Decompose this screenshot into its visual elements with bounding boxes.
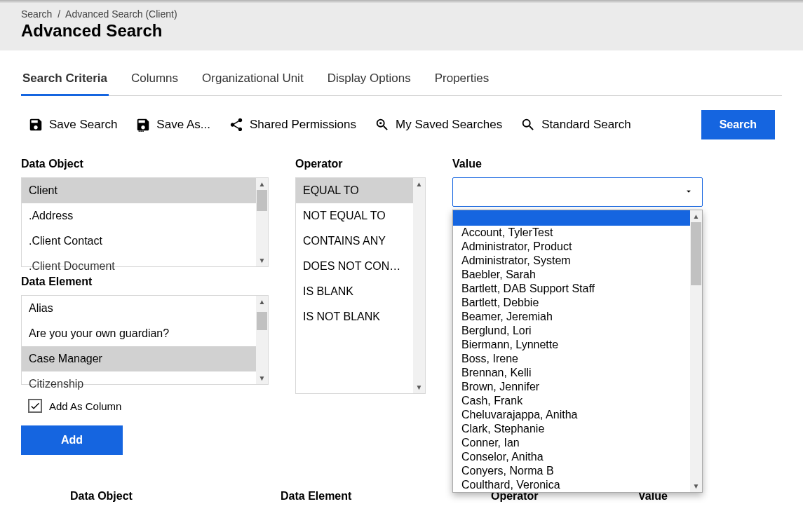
scroll-up-icon[interactable]: ▲ [256, 178, 268, 190]
tab-properties[interactable]: Properties [433, 64, 490, 95]
list-item[interactable]: .Address [22, 203, 256, 229]
list-item[interactable]: DOES NOT CONTAIN [296, 254, 413, 279]
save-icon [28, 117, 43, 132]
dropdown-item[interactable]: Boss, Irene [453, 352, 689, 366]
dropdown-highlight[interactable] [453, 210, 702, 226]
svg-rect-3 [379, 122, 382, 124]
list-item[interactable]: Alias [22, 296, 256, 321]
dropdown-item[interactable]: Administrator, System [453, 254, 689, 268]
save-as-button[interactable]: Save As... [135, 117, 210, 132]
save-as-icon [135, 117, 151, 132]
save-search-button[interactable]: Save Search [28, 117, 117, 132]
list-item[interactable]: IS NOT BLANK [296, 304, 413, 329]
scroll-up-icon[interactable]: ▲ [256, 296, 268, 308]
data-object-listbox[interactable]: Client .Address .Client Contact .Client … [21, 177, 269, 267]
tab-columns[interactable]: Columns [130, 64, 180, 95]
svg-point-1 [141, 130, 142, 132]
list-item[interactable]: .Client Contact [22, 229, 256, 254]
dropdown-item[interactable]: Biermann, Lynnette [453, 338, 689, 352]
dropdown-item[interactable]: Conselor, Anitha [453, 450, 689, 464]
scrollbar[interactable]: ▲ ▼ [256, 178, 268, 266]
list-item[interactable]: EQUAL TO [296, 178, 413, 203]
list-item[interactable]: CONTAINS ANY [296, 229, 413, 254]
toolbar: Save Search Save As... Shared Permission… [21, 96, 782, 146]
value-combobox[interactable] [452, 177, 703, 207]
check-icon [29, 400, 41, 411]
svg-point-2 [142, 130, 144, 132]
scroll-down-icon[interactable]: ▼ [690, 480, 702, 492]
list-item[interactable]: IS BLANK [296, 279, 413, 304]
list-item[interactable]: Are you your own guardian? [22, 321, 256, 346]
saved-search-icon [374, 117, 390, 132]
scrollbar[interactable]: ▲ ▼ [256, 296, 268, 384]
shared-permissions-button[interactable]: Shared Permissions [229, 117, 356, 132]
dropdown-item[interactable]: Conyers, Norma B [453, 464, 689, 478]
dropdown-item[interactable]: Bartlett, Debbie [453, 296, 689, 310]
search-icon [520, 117, 536, 132]
dropdown-item[interactable]: Berglund, Lori [453, 324, 689, 338]
breadcrumb: Search / Advanced Search (Client) [21, 8, 782, 20]
dropdown-item[interactable]: Brennan, Kelli [453, 366, 689, 380]
my-saved-searches-button[interactable]: My Saved Searches [374, 117, 502, 132]
scroll-thumb[interactable] [257, 312, 267, 330]
operator-label: Operator [295, 158, 426, 170]
dropdown-item[interactable]: Cash, Frank [453, 394, 689, 408]
scroll-thumb[interactable] [257, 190, 267, 211]
add-button[interactable]: Add [21, 425, 123, 455]
value-label: Value [452, 158, 782, 170]
search-button[interactable]: Search [701, 110, 775, 139]
breadcrumb-current: Advanced Search (Client) [65, 8, 177, 20]
page-title: Advanced Search [21, 21, 782, 41]
tab-organizational-unit[interactable]: Organizational Unit [201, 64, 305, 95]
scroll-up-icon[interactable]: ▲ [690, 210, 702, 222]
dropdown-item[interactable]: Account, TylerTest [453, 226, 689, 240]
chevron-down-icon [684, 186, 694, 198]
dropdown-item[interactable]: Beamer, Jeremiah [453, 310, 689, 324]
dropdown-item[interactable]: Clark, Stephanie [453, 422, 689, 436]
dropdown-item[interactable]: Bartlett, DAB Support Staff [453, 282, 689, 296]
page-header: Search / Advanced Search (Client) Advanc… [0, 3, 803, 50]
dropdown-item[interactable]: Conner, Ian [453, 436, 689, 450]
scrollbar[interactable]: ▲ ▼ [690, 210, 702, 492]
dropdown-item[interactable]: Baebler, Sarah [453, 268, 689, 282]
list-item[interactable]: NOT EQUAL TO [296, 203, 413, 229]
scroll-down-icon[interactable]: ▼ [256, 254, 268, 266]
scroll-thumb[interactable] [691, 222, 701, 285]
add-as-column-label: Add As Column [49, 400, 121, 412]
list-item[interactable]: Citizenship [22, 371, 256, 397]
dropdown-item[interactable]: Coulthard, Veronica [453, 478, 689, 492]
scroll-down-icon[interactable]: ▼ [256, 372, 268, 384]
scrollbar[interactable]: ▲ ▼ [413, 178, 425, 393]
data-object-label: Data Object [21, 158, 269, 170]
dropdown-item[interactable]: Administrator, Product [453, 240, 689, 254]
svg-point-0 [139, 130, 140, 132]
scroll-down-icon[interactable]: ▼ [413, 381, 425, 393]
list-item[interactable]: .Client Document [22, 254, 256, 279]
share-icon [229, 117, 244, 132]
list-item[interactable]: Case Manager [22, 346, 256, 371]
breadcrumb-root[interactable]: Search [21, 8, 52, 20]
operator-listbox[interactable]: EQUAL TO NOT EQUAL TO CONTAINS ANY DOES … [295, 177, 426, 394]
add-as-column-checkbox[interactable] [28, 399, 42, 413]
tabs: Search Criteria Columns Organizational U… [21, 64, 782, 96]
scroll-up-icon[interactable]: ▲ [413, 178, 425, 190]
tab-search-criteria[interactable]: Search Criteria [21, 64, 109, 96]
dropdown-item[interactable]: Brown, Jennifer [453, 380, 689, 394]
column-header-data-element: Data Element [281, 490, 463, 503]
data-element-listbox[interactable]: Alias Are you your own guardian? Case Ma… [21, 295, 269, 385]
value-dropdown-panel[interactable]: Account, TylerTest Administrator, Produc… [452, 210, 703, 493]
standard-search-button[interactable]: Standard Search [520, 117, 631, 132]
list-item[interactable]: Client [22, 178, 256, 203]
dropdown-item[interactable]: Cheluvarajappa, Anitha [453, 408, 689, 422]
tab-display-options[interactable]: Display Options [326, 64, 412, 95]
column-header-data-object: Data Object [70, 490, 252, 503]
